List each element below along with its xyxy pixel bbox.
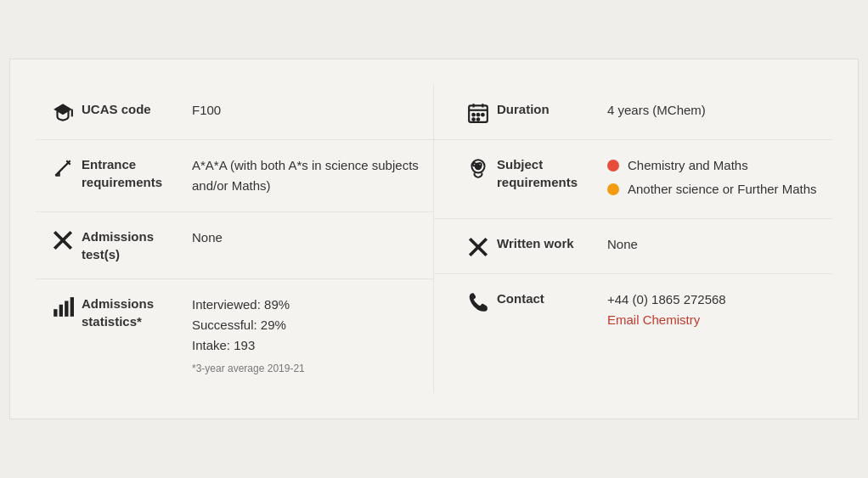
written-work-row: Written work None (434, 219, 832, 274)
svg-point-14 (482, 114, 484, 116)
phone-icon (459, 290, 497, 313)
info-grid: UCAS code F100 Entrance requirements A*A… (36, 85, 832, 392)
duration-label: Duration (497, 100, 607, 118)
admissions-test-value: None (192, 228, 425, 248)
ucas-label: UCAS code (82, 100, 192, 118)
right-column: Duration 4 years (MChem) Subject require… (434, 85, 832, 392)
cross-icon-left (44, 228, 82, 251)
svg-point-12 (472, 114, 475, 116)
admissions-test-row: Admissions test(s) None (36, 212, 433, 279)
calendar-icon (459, 100, 497, 124)
stat-successful: Successful: 29% (192, 315, 425, 335)
admissions-stats-label: Admissions statistics* (82, 295, 192, 330)
cross-icon-right (459, 234, 497, 258)
contact-row: Contact +44 (0) 1865 272568 Email Chemis… (434, 274, 832, 346)
admissions-stats-value: Interviewed: 89% Successful: 29% Intake:… (192, 295, 425, 377)
subject-text-red: Chemistry and Maths (628, 155, 748, 176)
entrance-label: Entrance requirements (82, 155, 192, 191)
course-info-card: UCAS code F100 Entrance requirements A*A… (9, 59, 859, 419)
svg-rect-5 (59, 305, 63, 317)
svg-point-15 (472, 119, 475, 121)
stat-interviewed: Interviewed: 89% (192, 295, 425, 315)
dot-orange (607, 183, 619, 195)
brain-icon (459, 155, 497, 179)
svg-rect-4 (54, 310, 57, 318)
written-work-label: Written work (497, 234, 607, 252)
email-chemistry-link[interactable]: Email Chemistry (607, 312, 700, 327)
contact-value: +44 (0) 1865 272568 Email Chemistry (607, 290, 824, 330)
admissions-test-label: Admissions test(s) (82, 228, 192, 263)
graduation-icon (44, 100, 82, 124)
contact-label: Contact (497, 290, 607, 307)
subject-value: Chemistry and Maths Another science or F… (607, 155, 824, 203)
svg-rect-6 (65, 301, 68, 317)
subject-text-orange: Another science or Further Maths (628, 179, 817, 200)
duration-value: 4 years (MChem) (607, 100, 824, 121)
written-work-value: None (607, 234, 824, 255)
ucas-value: F100 (192, 100, 425, 121)
pencil-icon (44, 155, 82, 179)
subject-item-orange: Another science or Further Maths (607, 179, 824, 200)
dot-red (607, 160, 619, 172)
subject-row: Subject requirements Chemistry and Maths… (434, 140, 832, 219)
contact-phone: +44 (0) 1865 272568 (607, 290, 824, 310)
left-column: UCAS code F100 Entrance requirements A*A… (36, 85, 434, 392)
admissions-stats-row: Admissions statistics* Interviewed: 89% … (36, 279, 433, 392)
bar-chart-icon (44, 295, 82, 318)
svg-point-13 (477, 114, 480, 116)
ucas-row: UCAS code F100 (36, 85, 433, 140)
entrance-value: A*A*A (with both A*s in science subjects… (192, 155, 425, 196)
subject-item-red: Chemistry and Maths (607, 155, 824, 176)
subject-label: Subject requirements (497, 155, 607, 191)
entrance-row: Entrance requirements A*A*A (with both A… (36, 140, 433, 212)
svg-rect-7 (70, 297, 74, 317)
duration-row: Duration 4 years (MChem) (434, 85, 832, 140)
svg-point-20 (479, 163, 482, 166)
stat-intake: Intake: 193 (192, 335, 425, 356)
svg-point-16 (477, 119, 480, 121)
svg-point-19 (473, 163, 476, 166)
stat-footnote: *3-year average 2019-21 (192, 361, 425, 377)
